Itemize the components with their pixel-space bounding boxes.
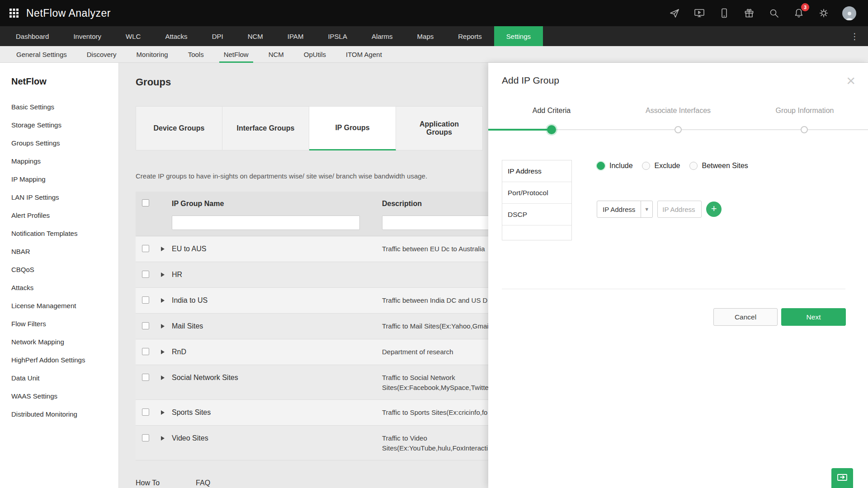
- cancel-button[interactable]: Cancel: [713, 308, 778, 326]
- launch-icon[interactable]: [668, 7, 681, 19]
- nav-item-dashboard[interactable]: Dashboard: [4, 26, 61, 46]
- modal-divider: [502, 289, 845, 289]
- sidebar-item-network-mapping[interactable]: Network Mapping: [11, 333, 118, 351]
- tab-interface-groups[interactable]: Interface Groups: [222, 106, 309, 150]
- step-group-information: Group Information: [741, 107, 868, 115]
- ip-type-select-value: IP Address: [597, 201, 641, 217]
- sidebar-item-alert-profiles[interactable]: Alert Profiles: [11, 206, 118, 224]
- radio-between-sites-circle: [689, 162, 698, 170]
- notification-badge: 3: [801, 3, 809, 11]
- nav-item-attacks[interactable]: Attacks: [153, 26, 199, 46]
- tab-ip-groups[interactable]: IP Groups: [309, 106, 396, 150]
- sidebar-item-lan-ip-settings[interactable]: LAN IP Settings: [11, 188, 118, 206]
- sidebar-item-license-management[interactable]: License Management: [11, 296, 118, 314]
- demo-screen-icon[interactable]: [693, 7, 706, 19]
- name-filter-input[interactable]: [172, 216, 360, 230]
- sidebar-item-groups-settings[interactable]: Groups Settings: [11, 134, 118, 152]
- subnav-monitoring[interactable]: Monitoring: [127, 46, 178, 62]
- group-name: India to US: [172, 296, 382, 305]
- expand-icon[interactable]: [161, 350, 165, 354]
- group-name: RnD: [172, 347, 382, 357]
- mobile-icon[interactable]: [718, 7, 731, 19]
- apps-grid-icon[interactable]: [9, 8, 19, 18]
- row-checkbox[interactable]: [142, 296, 149, 304]
- sidebar-item-flow-filters[interactable]: Flow Filters: [11, 314, 118, 333]
- sidebar-item-storage-settings[interactable]: Storage Settings: [11, 116, 118, 134]
- sidebar-item-distributed-monitoring[interactable]: Distributed Monitoring: [11, 405, 118, 423]
- radio-include[interactable]: Include: [597, 162, 633, 170]
- how-to-link[interactable]: How To: [136, 479, 160, 487]
- sidebar-item-notification-templates[interactable]: Notification Templates: [11, 224, 118, 242]
- expand-icon[interactable]: [161, 298, 165, 303]
- nav-item-alarms[interactable]: Alarms: [359, 26, 405, 46]
- expand-icon[interactable]: [161, 324, 165, 328]
- subnav-general-settings[interactable]: General Settings: [6, 46, 77, 62]
- step-dot-2: [675, 126, 682, 133]
- criteria-tab-port-protocol[interactable]: Port/Protocol: [502, 182, 571, 204]
- sidebar-item-ip-mapping[interactable]: IP Mapping: [11, 170, 118, 188]
- row-checkbox[interactable]: [142, 374, 149, 381]
- row-checkbox[interactable]: [142, 348, 149, 355]
- nav-item-ipam[interactable]: IPAM: [275, 26, 316, 46]
- ip-type-select[interactable]: IP Address ▼: [597, 201, 653, 218]
- feedback-fab-button[interactable]: [831, 468, 853, 488]
- next-button[interactable]: Next: [781, 308, 846, 326]
- expand-icon[interactable]: [161, 375, 165, 380]
- nav-item-ncm[interactable]: NCM: [236, 26, 275, 46]
- sidebar-item-mappings[interactable]: Mappings: [11, 152, 118, 170]
- nav-item-ipsla[interactable]: IPSLA: [316, 26, 359, 46]
- notifications-bell-icon[interactable]: 3: [793, 7, 805, 19]
- tab-device-groups[interactable]: Device Groups: [136, 106, 222, 150]
- sidebar-item-attacks[interactable]: Attacks: [11, 278, 118, 296]
- nav-item-inventory[interactable]: Inventory: [61, 26, 113, 46]
- modal-title: Add IP Group: [502, 75, 559, 86]
- radio-between-sites[interactable]: Between Sites: [689, 162, 748, 170]
- expand-icon[interactable]: [161, 247, 165, 251]
- nav-item-maps[interactable]: Maps: [405, 26, 446, 46]
- nav-item-dpi[interactable]: DPI: [200, 26, 236, 46]
- criteria-tab-dscp[interactable]: DSCP: [502, 204, 571, 225]
- expand-icon[interactable]: [161, 410, 165, 415]
- expand-icon[interactable]: [161, 272, 165, 277]
- subnav-tools[interactable]: Tools: [178, 46, 214, 62]
- group-name: Sports Sites: [172, 408, 382, 418]
- expand-icon[interactable]: [161, 436, 165, 441]
- ip-address-input[interactable]: [657, 201, 702, 218]
- add-criteria-button[interactable]: +: [706, 202, 722, 217]
- close-icon[interactable]: ×: [846, 73, 855, 88]
- modal-actions: Cancel Next: [713, 308, 846, 326]
- subnav-ncm[interactable]: NCM: [259, 46, 294, 62]
- gift-icon[interactable]: [743, 7, 755, 19]
- stepper-track: [488, 125, 868, 135]
- select-all-checkbox[interactable]: [142, 199, 149, 206]
- sidebar-item-nbar[interactable]: NBAR: [11, 242, 118, 260]
- group-name: Video Sites: [172, 433, 382, 443]
- faq-link[interactable]: FAQ: [196, 479, 210, 487]
- radio-exclude[interactable]: Exclude: [642, 162, 680, 170]
- sidebar-heading: NetFlow: [11, 76, 118, 87]
- row-checkbox[interactable]: [142, 408, 149, 416]
- nav-item-settings[interactable]: Settings: [494, 26, 543, 46]
- subnav-discovery[interactable]: Discovery: [77, 46, 127, 62]
- kebab-menu-icon[interactable]: ⋮: [850, 26, 868, 46]
- nav-item-reports[interactable]: Reports: [446, 26, 494, 46]
- row-checkbox[interactable]: [142, 245, 149, 252]
- row-checkbox[interactable]: [142, 434, 149, 441]
- subnav-itom-agent[interactable]: ITOM Agent: [336, 46, 392, 62]
- sidebar-item-data-unit[interactable]: Data Unit: [11, 369, 118, 387]
- subnav-netflow[interactable]: NetFlow: [214, 46, 259, 62]
- tab-application-groups[interactable]: Application Groups: [396, 106, 483, 150]
- app-title: NetFlow Analyzer: [26, 7, 111, 19]
- subnav-oputils[interactable]: OpUtils: [294, 46, 336, 62]
- search-icon[interactable]: [768, 7, 780, 19]
- settings-gear-icon[interactable]: [817, 7, 830, 19]
- sidebar-item-basic-settings[interactable]: Basic Settings: [11, 98, 118, 116]
- sidebar-item-cbqos[interactable]: CBQoS: [11, 260, 118, 278]
- criteria-tab-ip-address[interactable]: IP Address: [502, 160, 571, 182]
- nav-item-wlc[interactable]: WLC: [113, 26, 153, 46]
- row-checkbox[interactable]: [142, 322, 149, 329]
- sidebar-item-waas-settings[interactable]: WAAS Settings: [11, 387, 118, 405]
- sidebar-item-highperf-addon-settings[interactable]: HighPerf Addon Settings: [11, 351, 118, 369]
- row-checkbox[interactable]: [142, 271, 149, 278]
- user-avatar[interactable]: [842, 6, 856, 20]
